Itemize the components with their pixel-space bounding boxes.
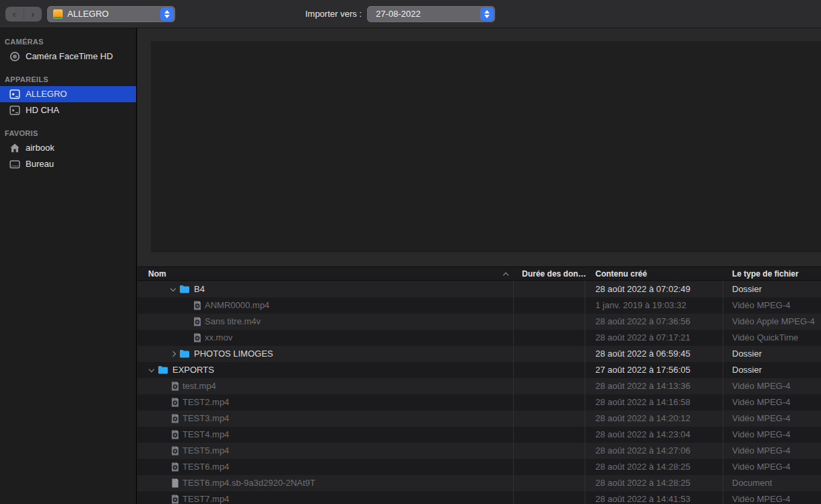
file-type: Vidéo MPEG-4 — [732, 378, 790, 394]
device-popup-value: ALLEGRO — [67, 6, 108, 22]
file-name: TEST6.mp4 — [183, 459, 229, 475]
file-name: TEST4.mp4 — [183, 427, 229, 443]
sidebar-section-gap — [0, 118, 136, 125]
chevron-right-icon[interactable] — [170, 351, 176, 357]
column-header-type-fichier[interactable]: Le type de fichier — [732, 267, 799, 281]
sidebar-item-label: ALLEGRO — [26, 86, 67, 102]
sidebar-section-gap — [0, 65, 136, 71]
table-row[interactable]: TEST5.mp428 août 2022 à 14:27:06Vidéo MP… — [137, 443, 821, 459]
table-row[interactable]: TEST4.mp428 août 2022 à 14:23:04Vidéo MP… — [137, 427, 821, 443]
file-name: Sans titre.m4v — [205, 314, 261, 330]
column-header-duree[interactable]: Durée des don… — [522, 267, 586, 281]
sidebar-item-label: Bureau — [26, 156, 54, 172]
table-row[interactable]: B428 août 2022 à 07:02:49Dossier — [137, 281, 821, 297]
video-file-icon — [170, 381, 180, 392]
drive-icon — [9, 89, 20, 100]
column-separator[interactable] — [513, 266, 514, 504]
file-type: Dossier — [732, 362, 762, 378]
video-file-icon — [170, 445, 180, 456]
home-icon — [9, 143, 20, 153]
import-popup-value: 27-08-2022 — [376, 6, 421, 22]
table-row[interactable]: Sans titre.m4v28 août 2022 à 07:36:56Vid… — [137, 314, 821, 330]
chevron-down-icon[interactable] — [170, 286, 176, 291]
popup-stepper-icon — [480, 7, 494, 21]
device-popup[interactable]: ALLEGRO — [47, 6, 175, 22]
folder-icon — [179, 349, 190, 359]
table-row[interactable]: ANMR0000.mp41 janv. 2019 à 19:03:32Vidéo… — [137, 297, 821, 314]
video-file-icon — [192, 332, 203, 343]
file-name: ANMR0000.mp4 — [205, 297, 269, 314]
file-type: Vidéo MPEG-4 — [732, 410, 790, 427]
created-date: 1 janv. 2019 à 19:03:32 — [595, 297, 686, 314]
file-type: Vidéo MPEG-4 — [732, 394, 790, 410]
video-file-icon — [170, 494, 180, 504]
video-file-icon — [170, 429, 180, 440]
video-file-icon — [170, 462, 180, 472]
file-table-body: B428 août 2022 à 07:02:49Dossier ANMR000… — [137, 281, 821, 504]
sidebar-item-allegro[interactable]: ALLEGRO — [0, 86, 136, 102]
desktop-icon — [9, 159, 20, 170]
import-destination-popup[interactable]: 27-08-2022 — [367, 6, 495, 22]
file-type: Document — [732, 475, 772, 491]
column-header-nom[interactable]: Nom — [148, 267, 166, 281]
file-name: B4 — [194, 281, 205, 297]
created-date: 28 août 2022 à 07:02:49 — [595, 281, 690, 297]
sidebar-section-title: FAVORIS — [0, 125, 136, 140]
video-file-icon — [170, 397, 180, 408]
drive-icon — [9, 105, 20, 116]
file-name: xx.mov — [205, 330, 232, 346]
toolbar: ‹ › ALLEGRO Importer vers : 27-08-2022 — [0, 0, 821, 28]
file-name: TEST6.mp4.sb-9a3d2920-2NAt9T — [183, 475, 315, 491]
created-date: 28 août 2022 à 14:13:36 — [595, 378, 690, 394]
sidebar-item-label: Caméra FaceTime HD — [26, 48, 113, 65]
forward-button[interactable]: › — [24, 7, 42, 22]
created-date: 28 août 2022 à 07:17:21 — [595, 330, 690, 346]
created-date: 28 août 2022 à 06:59:45 — [595, 346, 690, 362]
created-date: 27 août 2022 à 17:56:05 — [595, 362, 690, 378]
video-file-icon — [192, 316, 203, 327]
back-button[interactable]: ‹ — [5, 7, 24, 22]
main-pane: NomDurée des don…Contenu crééLe type de … — [137, 28, 821, 504]
preview-canvas — [151, 41, 821, 252]
camera-icon — [9, 51, 20, 62]
sidebar-item-cam-ra-facetime-hd[interactable]: Caméra FaceTime HD — [0, 48, 136, 65]
table-row[interactable]: test.mp428 août 2022 à 14:13:36Vidéo MPE… — [137, 378, 821, 394]
folder-icon — [179, 284, 190, 295]
file-name: TEST2.mp4 — [183, 394, 229, 410]
nav-history-group: ‹ › — [5, 7, 42, 22]
orange-drive-icon — [53, 9, 63, 19]
table-row[interactable]: TEST6.mp428 août 2022 à 14:28:25Vidéo MP… — [137, 459, 821, 475]
folder-icon — [158, 365, 168, 375]
table-row[interactable]: xx.mov28 août 2022 à 07:17:21Vidéo Quick… — [137, 330, 821, 346]
column-header-contenu-cree[interactable]: Contenu créé — [595, 267, 647, 281]
sidebar-item-airbook[interactable]: airbook — [0, 140, 136, 156]
file-type: Vidéo QuickTime — [732, 330, 798, 346]
file-name: TEST3.mp4 — [183, 410, 229, 427]
chevron-down-icon[interactable] — [149, 367, 154, 372]
table-row[interactable]: TEST7.mp428 août 2022 à 14:41:53Vidéo MP… — [137, 491, 821, 504]
file-name: test.mp4 — [183, 378, 216, 394]
created-date: 28 août 2022 à 14:27:06 — [595, 443, 690, 459]
sidebar-item-label: airbook — [26, 140, 55, 156]
sort-ascending-icon — [503, 273, 508, 278]
file-type: Vidéo Apple MPEG-4 — [732, 314, 815, 330]
created-date: 28 août 2022 à 14:20:12 — [595, 410, 690, 427]
table-row[interactable]: TEST2.mp428 août 2022 à 14:16:58Vidéo MP… — [137, 394, 821, 410]
created-date: 28 août 2022 à 14:28:25 — [595, 475, 690, 491]
table-row[interactable]: TEST6.mp4.sb-9a3d2920-2NAt9T28 août 2022… — [137, 475, 821, 491]
column-separator[interactable] — [723, 266, 723, 504]
preview-area — [137, 28, 821, 266]
file-name: PHOTOS LIMOGES — [194, 346, 273, 362]
image-capture-window: ‹ › ALLEGRO Importer vers : 27-08-2022 C… — [0, 0, 821, 504]
table-row[interactable]: TEST3.mp428 août 2022 à 14:20:12Vidéo MP… — [137, 410, 821, 427]
sidebar-item-hd-cha[interactable]: HD CHA — [0, 102, 136, 118]
sidebar-section-title: CAMÉRAS — [0, 34, 136, 48]
table-row[interactable]: EXPORTS27 août 2022 à 17:56:05Dossier — [137, 362, 821, 378]
created-date: 28 août 2022 à 07:36:56 — [595, 314, 690, 330]
popup-stepper-icon — [160, 7, 174, 21]
table-row[interactable]: PHOTOS LIMOGES28 août 2022 à 06:59:45Dos… — [137, 346, 821, 362]
sidebar-section-title: APPAREILS — [0, 71, 136, 86]
column-separator[interactable] — [585, 266, 585, 504]
created-date: 28 août 2022 à 14:23:04 — [595, 427, 690, 443]
sidebar-item-bureau[interactable]: Bureau — [0, 156, 136, 172]
